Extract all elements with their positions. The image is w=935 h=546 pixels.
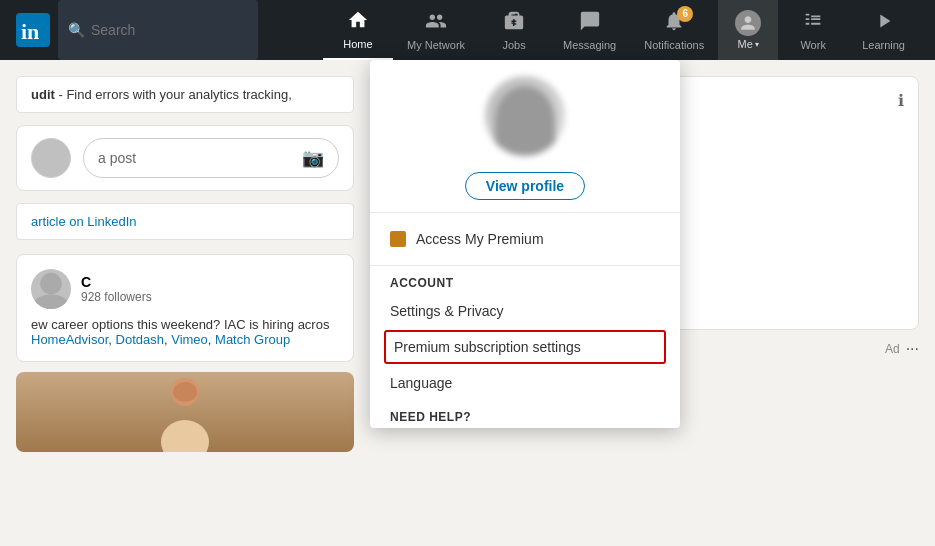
nav-item-messaging[interactable]: Messaging <box>549 0 630 60</box>
feed-post-card: C 928 followers ew career options this w… <box>16 254 354 362</box>
nav-item-my-network[interactable]: My Network <box>393 0 479 60</box>
article-text: article on LinkedIn <box>31 214 137 229</box>
help-section-title: NEED HELP? <box>370 400 680 428</box>
nav-label-learning: Learning <box>862 39 905 51</box>
post-input-label[interactable]: a post 📷 <box>83 138 339 178</box>
nav-item-learning[interactable]: Learning <box>848 0 919 60</box>
dropdown-avatar <box>485 76 565 156</box>
learning-icon <box>873 10 895 37</box>
premium-label: Access My Premium <box>416 231 544 247</box>
nav-label-my-network: My Network <box>407 39 465 51</box>
dropdown-premium-section: Access My Premium <box>370 213 680 266</box>
post-person-info: C 928 followers <box>81 274 152 304</box>
person-photo <box>16 372 354 452</box>
me-dropdown: View profile Access My Premium ACCOUNT S… <box>370 60 680 428</box>
my-network-icon <box>425 10 447 37</box>
post-link-matchgroup[interactable]: Match Group <box>215 332 290 347</box>
nav-label-jobs: Jobs <box>502 39 525 51</box>
premium-subscription-item[interactable]: Premium subscription settings <box>384 330 666 364</box>
post-text-main: ew career options this weekend? IAC is h… <box>31 317 329 332</box>
ad-dots[interactable]: ··· <box>906 340 919 358</box>
ad-label: Ad <box>885 342 900 356</box>
post-input-area[interactable]: a post 📷 <box>83 138 339 178</box>
nav-item-me[interactable]: Me ▾ <box>718 0 778 60</box>
post-link-dotdash[interactable]: Dotdash <box>116 332 164 347</box>
nav-label-notifications: Notifications <box>644 39 704 51</box>
me-caret-icon: ▾ <box>755 40 759 49</box>
nav-label-messaging: Messaging <box>563 39 616 51</box>
me-label: Me <box>738 38 753 50</box>
nav-label-home: Home <box>343 38 372 50</box>
alert-text: - Find errors with your analytics tracki… <box>58 87 291 102</box>
left-column: udit - Find errors with your analytics t… <box>0 60 370 546</box>
post-link-homeadvisor[interactable]: HomeAdvisor <box>31 332 108 347</box>
work-icon <box>802 10 824 37</box>
post-author-name: C <box>81 274 152 290</box>
post-box: a post 📷 <box>16 125 354 191</box>
post-links: HomeAdvisor, Dotdash, Vimeo, Match Group <box>31 332 290 347</box>
language-item[interactable]: Language <box>370 366 680 400</box>
svg-point-2 <box>40 273 62 295</box>
me-label-row: Me ▾ <box>738 38 759 50</box>
linkedin-logo[interactable]: in <box>16 0 50 60</box>
post-person: C 928 followers <box>31 269 339 309</box>
view-profile-button[interactable]: View profile <box>465 172 585 200</box>
camera-icon[interactable]: 📷 <box>302 147 324 169</box>
me-avatar <box>735 10 761 36</box>
search-icon: 🔍 <box>68 22 85 38</box>
search-bar[interactable]: 🔍 <box>58 0 258 60</box>
alert-bar: udit - Find errors with your analytics t… <box>16 76 354 113</box>
main-area: udit - Find errors with your analytics t… <box>0 60 935 546</box>
settings-privacy-item[interactable]: Settings & Privacy <box>370 294 680 328</box>
nav-items: Home My Network Jobs Messaging 6 Not <box>323 0 919 60</box>
post-person-avatar <box>31 269 71 309</box>
account-section-title: ACCOUNT <box>370 266 680 294</box>
post-link-vimeo[interactable]: Vimeo <box>171 332 208 347</box>
home-icon <box>347 9 369 36</box>
post-author-sub: 928 followers <box>81 290 152 304</box>
access-premium-row[interactable]: Access My Premium <box>390 223 660 255</box>
navbar: in 🔍 Home My Network Jobs <box>0 0 935 60</box>
nav-item-work[interactable]: Work <box>778 0 848 60</box>
nav-label-work: Work <box>800 39 825 51</box>
notifications-icon: 6 <box>663 10 685 37</box>
info-icon[interactable]: ℹ <box>898 91 904 110</box>
svg-point-5 <box>161 420 209 452</box>
svg-point-6 <box>173 382 197 402</box>
svg-point-3 <box>33 294 69 309</box>
article-bar[interactable]: article on LinkedIn <box>16 203 354 240</box>
post-label-text: a post <box>98 150 136 166</box>
dropdown-profile-header: View profile <box>370 60 680 213</box>
nav-item-notifications[interactable]: 6 Notifications <box>630 0 718 60</box>
post-content: ew career options this weekend? IAC is h… <box>31 317 339 347</box>
notifications-badge: 6 <box>677 6 693 22</box>
alert-bold: udit <box>31 87 55 102</box>
jobs-icon <box>503 10 525 37</box>
nav-item-jobs[interactable]: Jobs <box>479 0 549 60</box>
search-input[interactable] <box>91 22 248 38</box>
messaging-icon <box>579 10 601 37</box>
premium-icon <box>390 231 406 247</box>
post-box-avatar <box>31 138 71 178</box>
person-svg <box>155 372 215 452</box>
nav-item-home[interactable]: Home <box>323 0 393 60</box>
svg-text:in: in <box>21 19 39 44</box>
